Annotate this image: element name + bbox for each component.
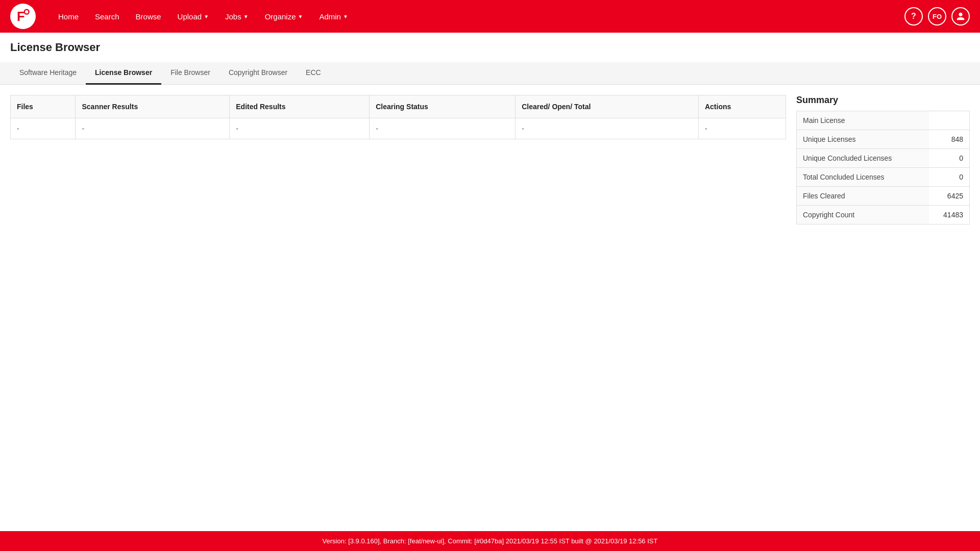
summary-value-files-cleared: 6425 [929,187,970,206]
summary-label-unique-concluded: Unique Concluded Licenses [797,149,929,168]
svg-point-3 [25,10,28,13]
cell-edited-results: - [230,118,370,139]
summary-panel: Summary Main License Unique Licenses 848… [796,95,970,224]
summary-value-total-concluded: 0 [929,168,970,187]
table-row: - - - - - - [11,118,786,139]
tab-bar: Software Heritage License Browser File B… [0,62,980,85]
summary-row-files-cleared: Files Cleared 6425 [797,187,970,206]
summary-label-unique-licenses: Unique Licenses [797,130,929,149]
nav-jobs[interactable]: Jobs ▼ [218,8,256,25]
cell-clearing-status: - [370,118,516,139]
summary-row-total-concluded: Total Concluded Licenses 0 [797,168,970,187]
summary-row-copyright-count: Copyright Count 41483 [797,206,970,224]
col-scanner-results: Scanner Results [76,95,230,118]
svg-text:F: F [17,9,25,23]
summary-row-unique-concluded: Unique Concluded Licenses 0 [797,149,970,168]
logo[interactable]: F [10,4,36,29]
upload-caret: ▼ [204,14,209,19]
jobs-caret: ▼ [243,14,249,19]
tab-ecc[interactable]: ECC [297,62,330,85]
summary-table: Main License Unique Licenses 848 Unique … [796,111,970,224]
cell-scanner-results: - [76,118,230,139]
col-actions: Actions [698,95,786,118]
header: F Home Search Browse Upload ▼ Jobs ▼ Org… [0,0,980,33]
tab-copyright-browser[interactable]: Copyright Browser [219,62,297,85]
admin-caret: ▼ [343,14,348,19]
summary-row-unique-licenses: Unique Licenses 848 [797,130,970,149]
col-clearing-status: Clearing Status [370,95,516,118]
cell-files: - [11,118,76,139]
nav-upload[interactable]: Upload ▼ [170,8,216,25]
nav-organize[interactable]: Organize ▼ [258,8,310,25]
user-icon [956,12,965,21]
logo-area: F [10,4,36,29]
col-edited-results: Edited Results [230,95,370,118]
summary-label-copyright-count: Copyright Count [797,206,929,224]
nav-admin[interactable]: Admin ▼ [312,8,355,25]
col-cleared-open-total: Cleared/ Open/ Total [516,95,699,118]
footer-text: Version: [3.9.0.160], Branch: [feat/new-… [323,537,658,545]
summary-value-main-license [929,111,970,130]
user-button[interactable] [951,7,970,26]
summary-value-copyright-count: 41483 [929,206,970,224]
tab-file-browser[interactable]: File Browser [161,62,219,85]
page-title: License Browser [10,41,970,54]
organize-caret: ▼ [298,14,303,19]
nav-browse[interactable]: Browse [129,8,168,25]
summary-row-main-license: Main License [797,111,970,130]
page-title-bar: License Browser [0,33,980,62]
nav-search[interactable]: Search [88,8,127,25]
tab-software-heritage[interactable]: Software Heritage [10,62,86,85]
tab-license-browser[interactable]: License Browser [86,62,161,85]
cell-actions: - [698,118,786,139]
header-icons: ? FO [904,7,970,26]
summary-label-files-cleared: Files Cleared [797,187,929,206]
col-files: Files [11,95,76,118]
table-area: Files Scanner Results Edited Results Cle… [10,95,786,139]
summary-value-unique-concluded: 0 [929,149,970,168]
summary-label-total-concluded: Total Concluded Licenses [797,168,929,187]
nav-links: Home Search Browse Upload ▼ Jobs ▼ Organ… [51,8,904,25]
summary-label-main-license: Main License [797,111,929,130]
footer: Version: [3.9.0.160], Branch: [feat/new-… [0,531,980,551]
license-table: Files Scanner Results Edited Results Cle… [10,95,786,139]
help-button[interactable]: ? [904,7,923,26]
fo-button[interactable]: FO [928,7,946,26]
main-content: Files Scanner Results Edited Results Cle… [0,85,980,531]
nav-home[interactable]: Home [51,8,86,25]
summary-value-unique-licenses: 848 [929,130,970,149]
summary-title: Summary [796,95,970,106]
cell-cleared-open-total: - [516,118,699,139]
